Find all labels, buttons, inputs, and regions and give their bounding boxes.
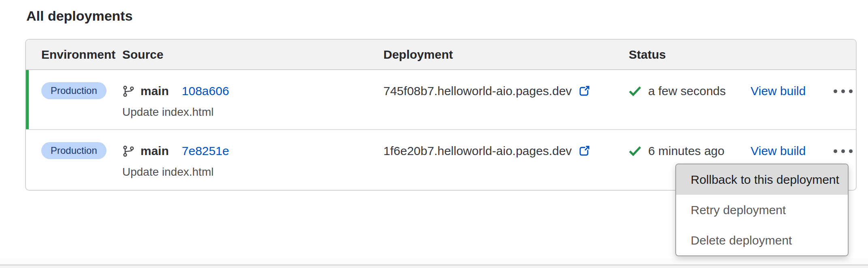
column-header-status: Status [629,48,751,62]
branch-name: main [140,84,169,98]
commit-link[interactable]: 108a606 [182,84,229,98]
commit-link[interactable]: 7e8251e [182,144,229,158]
ellipsis-icon [834,89,837,93]
deployment-cell: 1f6e20b7.helloworld-aio.pages.dev [383,142,629,180]
deployment-url: 745f08b7.helloworld-aio.pages.dev [383,84,572,98]
column-header-deployment: Deployment [383,48,629,62]
view-build-link[interactable]: View build [751,84,806,98]
commit-message: Update index.html [122,165,383,179]
deployment-url: 1f6e20b7.helloworld-aio.pages.dev [383,144,572,158]
git-branch-icon [122,85,135,98]
table-header-row: Environment Source Deployment Status [26,40,856,70]
success-check-icon [629,146,641,156]
menu-item-rollback[interactable]: Rollback to this deployment [676,164,848,195]
source-cell: main 108a606 Update index.html [122,82,383,119]
environment-cell: Production [41,82,122,119]
environment-cell: Production [41,142,122,180]
row-actions-button[interactable] [834,142,853,160]
commit-message: Update index.html [122,105,383,119]
environment-badge: Production [41,82,106,99]
deployment-cell: 745f08b7.helloworld-aio.pages.dev [383,82,629,119]
menu-item-retry[interactable]: Retry deployment [676,195,848,225]
success-check-icon [629,86,641,96]
column-header-environment: Environment [41,48,122,62]
status-cell: a few seconds [629,82,751,119]
environment-badge: Production [41,142,106,159]
section-divider [0,258,868,268]
table-row: Production main 108a606 Update index.htm… [26,70,856,129]
current-deployment-indicator [26,70,29,129]
view-build-link[interactable]: View build [751,144,806,158]
view-build-cell: View build [751,82,834,119]
status-time: a few seconds [648,84,726,98]
column-header-source: Source [122,48,383,62]
menu-item-delete[interactable]: Delete deployment [676,225,848,255]
ellipsis-icon [834,149,837,153]
page-title: All deployments [26,8,133,24]
actions-cell [834,82,856,119]
source-cell: main 7e8251e Update index.html [122,142,383,180]
status-time: 6 minutes ago [648,144,724,158]
context-menu: Rollback to this deployment Retry deploy… [675,164,849,256]
git-branch-icon [122,145,135,157]
external-link-icon[interactable] [578,145,590,157]
external-link-icon[interactable] [578,85,590,97]
row-actions-button[interactable] [834,82,853,100]
branch-name: main [140,144,169,158]
